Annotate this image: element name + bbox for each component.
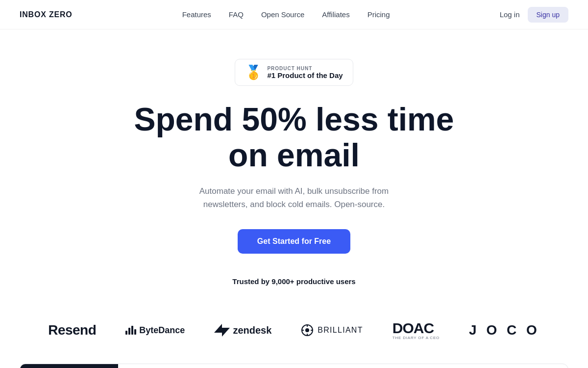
bytedance-bars-icon xyxy=(125,326,136,335)
nav-links: Features FAQ Open Source Affiliates Pric… xyxy=(182,10,390,19)
brilliant-logo-icon xyxy=(301,324,314,337)
hero-subtext: Automate your email with AI, bulk unsubs… xyxy=(176,184,412,211)
ph-title: #1 Product of the Day xyxy=(267,71,343,79)
product-hunt-badge: 🥇 PRODUCT HUNT #1 Product of the Day xyxy=(235,59,353,86)
logo-zendesk: zendesk xyxy=(214,324,271,337)
hero-section: 🥇 PRODUCT HUNT #1 Product of the Day Spe… xyxy=(0,29,588,321)
bytedance-logo-text: ByteDance xyxy=(139,325,185,336)
joco-logo-text: J O C O xyxy=(469,322,540,338)
login-button[interactable]: Log in xyxy=(500,10,520,19)
nav-item-features[interactable]: Features xyxy=(182,10,211,19)
medal-icon: 🥇 xyxy=(245,64,262,80)
logo-bytedance: ByteDance xyxy=(125,325,185,336)
logo-joco: J O C O xyxy=(469,322,540,338)
ph-label: PRODUCT HUNT xyxy=(267,66,312,71)
logos-row: Resend ByteDance zendesk BRILLIANT DOAC … xyxy=(0,321,588,340)
hero-headline: Spend 50% less time on email xyxy=(134,102,454,173)
nav-item-faq[interactable]: FAQ xyxy=(229,10,244,19)
logo-resend: Resend xyxy=(48,322,96,338)
headline-line2: on email xyxy=(228,137,360,173)
logo-doac: DOAC THE DIARY OF A CEO xyxy=(392,321,440,340)
nav-item-pricing[interactable]: Pricing xyxy=(368,10,390,19)
trusted-label: Trusted by 9,000+ productive users xyxy=(232,277,355,286)
logo-brilliant: BRILLIANT xyxy=(301,324,363,337)
nav-link-affiliates[interactable]: Affiliates xyxy=(322,10,349,19)
bottom-strip: INBOX ZERO ≡ Last 3 months 📅 Aug 11, 202… xyxy=(20,364,568,368)
zendesk-logo-text: zendesk xyxy=(233,325,271,336)
resend-logo-text: Resend xyxy=(48,322,96,338)
nav-link-features[interactable]: Features xyxy=(182,10,211,19)
nav-item-affiliates[interactable]: Affiliates xyxy=(322,10,349,19)
ph-badge-text: PRODUCT HUNT #1 Product of the Day xyxy=(267,66,343,79)
nav-item-open-source[interactable]: Open Source xyxy=(261,10,304,19)
nav-link-pricing[interactable]: Pricing xyxy=(368,10,390,19)
doac-logo-sub: THE DIARY OF A CEO xyxy=(392,336,440,340)
nav-link-faq[interactable]: FAQ xyxy=(229,10,244,19)
nav-auth: Log in Sign up xyxy=(500,7,568,23)
strip-logo: INBOX ZERO xyxy=(20,364,118,368)
headline-line1: Spend 50% less time xyxy=(134,101,454,137)
nav-link-open-source[interactable]: Open Source xyxy=(261,10,304,19)
svg-point-1 xyxy=(305,328,309,332)
doac-logo-main: DOAC xyxy=(392,321,434,336)
zendesk-logo-icon xyxy=(214,324,230,337)
brilliant-logo-text: BRILLIANT xyxy=(318,326,363,335)
signup-button[interactable]: Sign up xyxy=(528,7,568,23)
site-logo: INBOX ZERO xyxy=(20,10,73,19)
navigation: INBOX ZERO Features FAQ Open Source Affi… xyxy=(0,0,588,29)
cta-button[interactable]: Get Started for Free xyxy=(238,229,350,254)
